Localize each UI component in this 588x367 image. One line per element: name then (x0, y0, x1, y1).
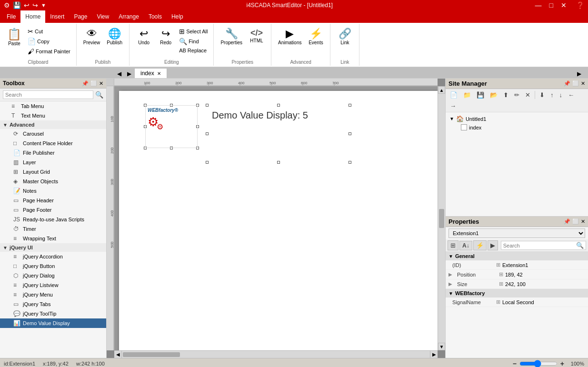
sm-btn-open[interactable]: 📂 (488, 90, 500, 100)
sm-btn-down[interactable]: ↓ (557, 90, 565, 100)
prop-size-expand-icon[interactable]: ▶ (448, 281, 452, 287)
select-all-button[interactable]: ⊞ Select All (177, 27, 209, 36)
cut-button[interactable]: ✂ Cut (26, 27, 72, 36)
prop-tab-extra-icon[interactable]: ▶ (488, 240, 498, 250)
toolbox-item-jquery-tooltip[interactable]: 💬 jQuery ToolTip (0, 309, 106, 318)
toolbox-item-page-footer[interactable]: ▭ Page Footer (0, 205, 106, 215)
sm-pin-icon[interactable]: 📌 (564, 80, 570, 87)
menu-home[interactable]: Home (20, 10, 45, 23)
toolbox-item-jquery-accordion[interactable]: ≡ jQuery Accordion (0, 252, 106, 261)
html-button[interactable]: </> HTML (246, 27, 267, 45)
sm-btn-right[interactable]: → (448, 101, 458, 111)
toolbox-item-ready-scripts[interactable]: JS Ready-to-use Java Scripts (0, 215, 106, 224)
quick-access-redo[interactable]: ↪ (32, 1, 38, 9)
canvas-tab-index[interactable]: index ✕ (134, 68, 167, 78)
scroll-left-btn[interactable]: ◀ (114, 351, 122, 358)
prop-position-expand-icon[interactable]: ▶ (448, 272, 452, 277)
sm-btn-left[interactable]: ← (566, 90, 577, 100)
tab-nav-left[interactable]: ◀ (114, 69, 124, 78)
menu-arrange[interactable]: Arrange (114, 10, 144, 23)
menu-view[interactable]: View (92, 10, 114, 23)
toolbox-item-tab-menu[interactable]: ≡ Tab Menu (0, 101, 106, 111)
scroll-down-btn[interactable]: ▼ (438, 343, 445, 350)
events-button[interactable]: ⚡ Events (305, 27, 326, 47)
sm-close-icon[interactable]: ✕ (581, 80, 585, 87)
prop-close-icon[interactable]: ✕ (581, 218, 585, 225)
publish-button[interactable]: 🌐 Publish (104, 27, 125, 47)
prop-tab-layout-icon[interactable]: ⊞ (448, 240, 458, 250)
tab-nav-right[interactable]: ▶ (124, 69, 134, 78)
sm-btn-download[interactable]: ⬇ (537, 90, 547, 100)
toolbox-search-icon[interactable]: 🔍 (95, 91, 103, 99)
prop-dock-icon[interactable]: ⬜ (572, 218, 579, 225)
toolbox-item-jquery-button[interactable]: □ jQuery Button (0, 261, 106, 271)
demo-value-display-widget[interactable]: Demo Value Display: 5 (207, 105, 350, 162)
toolbox-close-icon[interactable]: ✕ (99, 80, 103, 87)
menu-file[interactable]: File (2, 10, 20, 23)
toolbox-item-timer[interactable]: ⏱ Timer (0, 224, 106, 234)
scroll-up-btn[interactable]: ▲ (438, 86, 445, 94)
sm-btn-page[interactable]: 📄 (448, 90, 460, 100)
toolbox-item-carousel[interactable]: ⟳ Carousel (0, 129, 106, 139)
animations-button[interactable]: ▶ Animations (275, 27, 304, 47)
quick-access-more[interactable]: ▼ (41, 2, 46, 8)
sm-dock-icon[interactable]: ⬜ (572, 80, 579, 87)
webfactory-widget[interactable]: WEBfactory® ⚙ ⚙ (145, 105, 198, 148)
toolbox-item-jquery-menu[interactable]: ≡ jQuery Menu (0, 290, 106, 299)
toolbox-item-notes[interactable]: 📝 Notes (0, 186, 106, 196)
prop-section-webfactory-header[interactable]: ▼ WEBfactory (446, 289, 588, 298)
undo-button[interactable]: ↩ Undo (133, 27, 154, 47)
canvas-scroll-v[interactable]: ▲ ▼ (438, 86, 445, 350)
quick-access-undo[interactable]: ↩ (24, 1, 30, 9)
paste-button[interactable]: 📋 Paste (4, 27, 25, 48)
scroll-thumb-h[interactable] (123, 352, 180, 357)
prop-pin-icon[interactable]: 📌 (564, 218, 570, 225)
app-help-icon[interactable]: ❓ (576, 1, 584, 9)
link-button[interactable]: 🔗 Link (334, 27, 355, 47)
scroll-thumb-v[interactable] (439, 209, 444, 228)
replace-button[interactable]: AB Replace (177, 47, 209, 54)
toolbox-item-content-place-holder[interactable]: □ Content Place Holder (0, 139, 106, 148)
zoom-minus-btn[interactable]: − (513, 360, 517, 367)
redo-button[interactable]: ↪ Redo (155, 27, 176, 47)
menu-insert[interactable]: Insert (45, 10, 69, 23)
canvas-tab-close[interactable]: ✕ (157, 71, 161, 76)
toolbox-item-jquery-listview[interactable]: ≡ jQuery Listview (0, 280, 106, 290)
toolbox-item-jquery-dialog[interactable]: ⬡ jQuery Dialog (0, 271, 106, 280)
toolbox-category-jquery-ui[interactable]: ▼ jQuery UI (0, 243, 106, 252)
quick-access-save[interactable]: 💾 (13, 1, 21, 9)
prop-tab-alphabetical-icon[interactable]: A↓ (459, 241, 472, 250)
menu-help[interactable]: Help (167, 10, 188, 23)
toolbox-item-text-menu[interactable]: T Text Menu (0, 111, 106, 120)
preview-button[interactable]: 👁 Preview (80, 27, 103, 47)
tree-item-untitled1[interactable]: ▼ 🏠 Untitled1 (448, 114, 586, 123)
prop-tab-events-icon[interactable]: ⚡ (473, 240, 487, 250)
properties-button[interactable]: 🔧 Properties (218, 27, 245, 47)
toolbox-item-wrapping-text[interactable]: ≡ Wrapping Text (0, 234, 106, 243)
toolbox-item-layer[interactable]: ▥ Layer (0, 158, 106, 167)
canvas-scroll-h[interactable]: ◀ ▶ (114, 350, 438, 358)
properties-dropdown[interactable]: Extension1 (448, 228, 585, 238)
toolbox-search-input[interactable] (3, 90, 93, 99)
toolbox-item-layout-grid[interactable]: ⊞ Layout Grid (0, 167, 106, 177)
menu-tools[interactable]: Tools (144, 10, 167, 23)
sm-btn-delete[interactable]: ✕ (523, 90, 533, 100)
toolbox-item-file-publisher[interactable]: 📄 File Publisher (0, 148, 106, 158)
tab-nav-right2[interactable]: ▶ (574, 69, 584, 78)
toolbox-dock-icon[interactable]: ⬜ (90, 80, 97, 87)
toolbox-category-advanced[interactable]: ▼ Advanced (0, 120, 106, 129)
sm-btn-up[interactable]: ↑ (548, 90, 556, 100)
toolbox-item-page-header[interactable]: ▭ Page Header (0, 196, 106, 205)
close-btn[interactable]: ✕ (559, 1, 568, 9)
sm-btn-import[interactable]: ⬆ (501, 90, 511, 100)
zoom-slider[interactable] (519, 360, 558, 367)
prop-search-icon[interactable]: 🔍 (574, 241, 586, 249)
copy-button[interactable]: 📄 Copy (26, 37, 72, 46)
zoom-plus-btn[interactable]: + (560, 360, 564, 367)
format-painter-button[interactable]: 🖌 Format Painter (26, 47, 72, 56)
minimize-btn[interactable]: — (533, 1, 544, 9)
sm-btn-export[interactable]: ✏ (512, 90, 522, 100)
toolbox-pin-icon[interactable]: 📌 (82, 80, 89, 87)
menu-page[interactable]: Page (69, 10, 92, 23)
tree-item-index[interactable]: index (448, 123, 586, 131)
